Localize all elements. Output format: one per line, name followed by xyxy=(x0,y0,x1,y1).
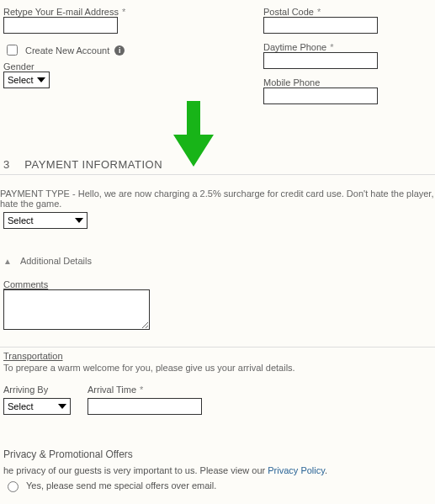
transportation-header: Transportation xyxy=(3,351,63,361)
section-number: 3 xyxy=(3,158,9,171)
section-3-header: 3 PAYMENT INFORMATION xyxy=(0,155,435,175)
mobile-phone-input[interactable] xyxy=(263,88,378,104)
comments-textarea[interactable] xyxy=(3,289,150,330)
postal-code-label: Postal Code* xyxy=(263,7,432,17)
privacy-policy-link[interactable]: Privacy Policy xyxy=(268,465,325,475)
additional-details-toggle[interactable]: ▲ Additional Details xyxy=(0,252,435,269)
daytime-phone-label: Daytime Phone* xyxy=(263,42,432,52)
payment-type-select[interactable]: Select xyxy=(3,212,88,229)
daytime-phone-input[interactable] xyxy=(263,52,378,69)
offers-checkbox[interactable] xyxy=(8,481,19,492)
gender-select[interactable]: Select xyxy=(3,72,50,88)
create-account-label: Create New Account xyxy=(25,45,109,56)
create-account-checkbox[interactable] xyxy=(7,45,18,56)
retype-email-label: Retype Your E-mail Address* xyxy=(3,7,256,17)
payment-type-text: PAYMENT TYPE - Hello, we are now chargin… xyxy=(0,187,435,210)
caret-up-icon: ▲ xyxy=(3,257,12,266)
offers-label: Yes, please send me special offers over … xyxy=(26,480,216,491)
postal-code-input[interactable] xyxy=(263,17,378,34)
retype-email-input[interactable] xyxy=(3,17,118,34)
transportation-note: To prepare a warm welcome for you, pleas… xyxy=(3,363,432,373)
arrival-time-input[interactable] xyxy=(88,398,202,415)
mobile-phone-label: Mobile Phone xyxy=(263,77,432,88)
privacy-text: he privacy of our guests is very importa… xyxy=(3,465,432,475)
comments-label: Comments xyxy=(3,279,48,289)
info-icon[interactable]: i xyxy=(114,45,125,56)
arriving-by-select[interactable]: Select xyxy=(3,398,71,415)
divider xyxy=(0,347,435,347)
arriving-by-label: Arriving By xyxy=(3,385,71,395)
section-title: PAYMENT INFORMATION xyxy=(24,158,162,171)
privacy-header: Privacy & Promotional Offers xyxy=(3,448,432,460)
arrival-time-label: Arrival Time* xyxy=(88,385,202,395)
gender-label: Gender xyxy=(3,61,256,72)
